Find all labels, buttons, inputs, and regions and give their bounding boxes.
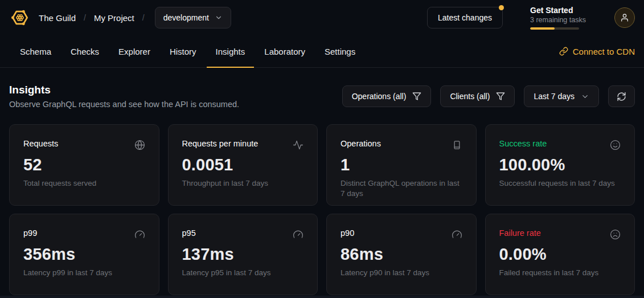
top-header: The Guild / My Project / development Lat… <box>0 0 644 35</box>
refresh-button[interactable] <box>608 85 635 107</box>
card-header: Operations <box>341 139 462 150</box>
card-header: p95 <box>182 228 304 240</box>
clients-filter-label: Clients (all) <box>450 92 490 101</box>
metric-card-operations: Operations1Distinct GraphQL operations i… <box>326 124 477 206</box>
target-selector[interactable]: development <box>155 7 231 28</box>
metric-card-failure-rate: Failure rate0.00%Failed requests in last… <box>485 214 635 295</box>
card-header: Success rate <box>499 139 621 150</box>
card-header: Requests per minute <box>182 139 304 150</box>
get-started-progress-bar <box>530 27 579 30</box>
connect-to-cdn-link[interactable]: Connect to CDN <box>559 35 635 67</box>
user-icon <box>620 13 629 22</box>
notification-dot-icon <box>499 5 504 10</box>
metric-card-p90: p9086msLatency p90 in last 7 days <box>326 214 477 295</box>
clients-filter-button[interactable]: Clients (all) <box>440 85 515 107</box>
card-header: Failure rate <box>499 228 621 240</box>
card-header: p99 <box>23 228 145 240</box>
metric-cards-grid: Requests52Total requests servedRequests … <box>9 124 635 295</box>
gauge-icon <box>293 229 303 240</box>
gauge-icon <box>134 229 145 240</box>
page-subtitle: Observe GraphQL requests and see how the… <box>9 100 239 109</box>
insights-page: Insights Observe GraphQL requests and se… <box>0 68 644 295</box>
card-label: Success rate <box>499 139 547 148</box>
card-description: Failed requests in last 7 days <box>499 268 621 278</box>
card-value: 100.00% <box>499 156 621 174</box>
get-started-subtitle: 3 remaining tasks <box>530 16 581 24</box>
get-started-widget[interactable]: Get Started 3 remaining tasks <box>530 6 581 30</box>
main-nav: SchemaChecksExplorerHistoryInsightsLabor… <box>0 35 644 68</box>
get-started-progress-fill <box>530 27 555 30</box>
nav-tab-list: SchemaChecksExplorerHistoryInsightsLabor… <box>10 35 365 67</box>
tab-history[interactable]: History <box>161 35 206 67</box>
breadcrumb: The Guild / My Project / development <box>9 7 231 28</box>
activity-icon <box>293 140 303 150</box>
bottom-divider <box>0 296 644 298</box>
hive-logo-icon[interactable] <box>9 7 31 28</box>
chevron-down-icon <box>581 92 589 101</box>
card-description: Throughput in last 7 days <box>182 178 304 189</box>
period-select[interactable]: Last 7 days <box>524 85 599 107</box>
connect-to-cdn-label: Connect to CDN <box>573 47 635 56</box>
page-title-block: Insights Observe GraphQL requests and se… <box>9 84 239 109</box>
tab-settings[interactable]: Settings <box>315 35 364 67</box>
get-started-title: Get Started <box>530 6 581 15</box>
link-icon <box>559 47 568 56</box>
page-title: Insights <box>9 84 239 96</box>
gauge-icon <box>452 229 462 240</box>
card-description: Distinct GraphQL operations in last 7 da… <box>341 178 462 199</box>
book-icon <box>452 140 462 150</box>
chevron-down-icon <box>215 14 223 22</box>
card-value: 86ms <box>341 245 462 264</box>
tab-schema[interactable]: Schema <box>11 35 60 67</box>
card-label: p95 <box>182 228 196 238</box>
metric-card-requests: Requests52Total requests served <box>9 124 159 206</box>
card-description: Latency p99 in last 7 days <box>23 268 145 278</box>
card-label: Requests per minute <box>182 139 259 148</box>
smile-icon <box>610 140 621 150</box>
tab-insights[interactable]: Insights <box>207 35 255 67</box>
tab-checks[interactable]: Checks <box>61 35 108 67</box>
breadcrumb-separator: / <box>84 13 86 22</box>
filter-funnel-icon <box>412 92 421 101</box>
breadcrumb-org[interactable]: The Guild <box>39 13 76 23</box>
metric-card-p95: p95137msLatency p95 in last 7 days <box>168 214 318 295</box>
card-value: 52 <box>23 156 145 174</box>
card-value: 1 <box>341 156 462 174</box>
card-description: Successful requests in last 7 days <box>499 178 621 189</box>
target-selector-value: development <box>163 13 209 22</box>
card-value: 0.0051 <box>182 156 304 174</box>
card-description: Latency p95 in last 7 days <box>182 268 304 278</box>
tab-laboratory[interactable]: Laboratory <box>255 35 314 67</box>
globe-icon <box>134 140 145 150</box>
filters-toolbar: Operations (all) Clients (all) Last 7 da… <box>342 85 635 107</box>
header-actions: Latest changes Get Started 3 remaining t… <box>427 6 635 30</box>
latest-changes-button[interactable]: Latest changes <box>427 7 503 28</box>
latest-changes-label: Latest changes <box>438 13 492 22</box>
card-label: p99 <box>23 228 37 238</box>
operations-filter-button[interactable]: Operations (all) <box>342 85 432 107</box>
breadcrumb-project[interactable]: My Project <box>94 13 134 23</box>
page-head: Insights Observe GraphQL requests and se… <box>9 84 635 109</box>
card-header: p90 <box>341 228 462 240</box>
breadcrumb-separator: / <box>142 13 145 22</box>
metric-card-p99: p99356msLatency p99 in last 7 days <box>9 214 159 295</box>
card-label: p90 <box>341 228 354 238</box>
frown-icon <box>610 229 621 240</box>
avatar[interactable] <box>614 7 635 28</box>
card-value: 137ms <box>182 245 304 264</box>
card-header: Requests <box>23 139 145 150</box>
card-label: Requests <box>23 139 58 148</box>
card-value: 356ms <box>23 245 145 264</box>
metric-card-success-rate: Success rate100.00%Successful requests i… <box>485 124 635 206</box>
card-label: Failure rate <box>499 228 541 238</box>
refresh-icon <box>617 92 626 101</box>
card-description: Total requests served <box>23 178 145 189</box>
operations-filter-label: Operations (all) <box>352 92 407 101</box>
tab-explorer[interactable]: Explorer <box>109 35 159 67</box>
metric-card-requests-per-minute: Requests per minute0.0051Throughput in l… <box>168 124 318 206</box>
period-select-value: Last 7 days <box>534 92 575 101</box>
card-label: Operations <box>341 139 381 148</box>
card-value: 0.00% <box>499 245 621 264</box>
card-description: Latency p90 in last 7 days <box>341 268 462 278</box>
filter-funnel-icon <box>496 92 505 101</box>
